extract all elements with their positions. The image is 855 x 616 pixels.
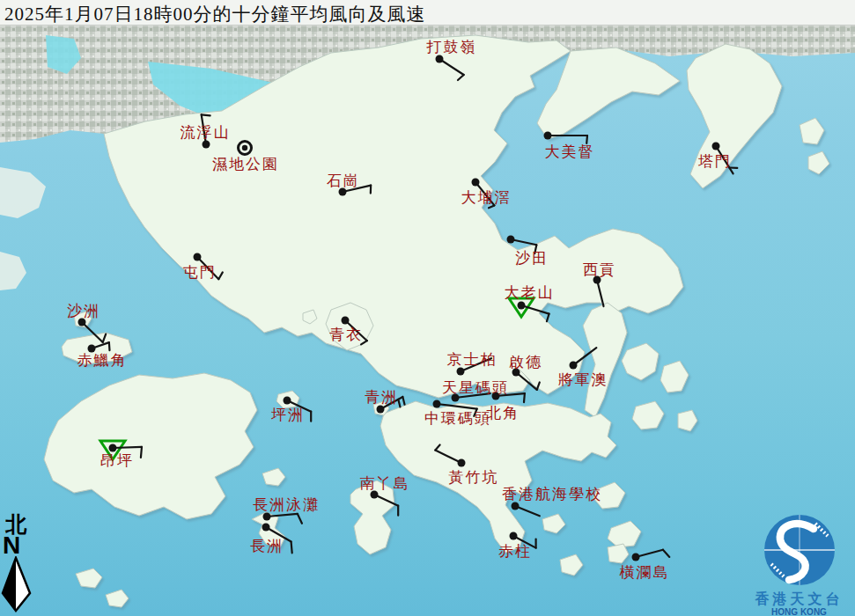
- wind-map-screen: 打鼓嶺流浮山濕地公園石崗大美督塔門大埔滘沙田西貢大老山屯門沙洲赤鱲角青衣京士柏啟…: [0, 0, 855, 616]
- station-label-hk-sea-school: 香港航海學校: [502, 484, 602, 504]
- wind-barb-shaft: [82, 322, 103, 342]
- station-waglan-island: [632, 550, 670, 561]
- station-label-wong-chuk-hang: 黃竹坑: [449, 467, 499, 488]
- wind-barb-shaft: [435, 451, 461, 463]
- station-label-star-ferry-pier: 天星碼頭: [442, 378, 509, 398]
- hko-logo-chinese: 香港天文台: [743, 591, 855, 607]
- calm-wind-center: [242, 145, 247, 150]
- wind-barb-feather: [398, 400, 400, 407]
- station-label-north-point: 北角: [486, 403, 520, 423]
- station-label-sha-tin: 沙田: [515, 248, 549, 268]
- station-label-sai-kung: 西貢: [583, 260, 616, 280]
- station-label-lau-fau-shan: 流浮山: [181, 122, 231, 143]
- station-label-waglan-island: 橫瀾島: [620, 562, 670, 583]
- station-lamma-island: [371, 491, 399, 516]
- station-dot: [570, 362, 578, 370]
- station-label-green-island: 青洲: [365, 387, 398, 407]
- station-dot: [458, 459, 466, 467]
- station-dot: [342, 317, 350, 325]
- station-label-cheung-chau-beach: 長洲泳灘: [253, 495, 320, 515]
- station-label-kai-tak: 啟德: [509, 352, 542, 372]
- north-arrow-icon: [0, 556, 35, 612]
- station-dot: [284, 397, 291, 405]
- map-title: 2025年1月07日18時00分的十分鐘平均風向及風速: [4, 2, 426, 26]
- station-wetland-park: [239, 142, 252, 155]
- station-dot: [433, 400, 441, 408]
- station-sai-kung: [593, 276, 604, 307]
- station-label-lamma-island: 南丫島: [360, 473, 410, 494]
- station-label-tseung-kwan-o: 將軍澳: [558, 370, 608, 390]
- station-label-tuen-mun: 屯門: [183, 262, 217, 282]
- wind-barb-feather: [103, 334, 106, 342]
- station-dot: [507, 236, 515, 244]
- hko-logo-icon: [754, 512, 845, 588]
- station-hk-sea-school: [512, 502, 540, 517]
- hko-logo: 香港天文台 HONG KONG OBSERVATORY: [743, 512, 855, 616]
- wind-barbs-layer: [0, 0, 855, 616]
- station-wong-chuk-hang: [435, 444, 465, 466]
- hko-logo-english: HONG KONG OBSERVATORY: [743, 607, 855, 616]
- map-title-bar: 2025年1月07日18時00分的十分鐘平均風向及風速: [0, 0, 855, 26]
- station-dot: [544, 132, 552, 140]
- wind-barb-shaft: [516, 372, 537, 390]
- wind-barb-shaft: [573, 348, 596, 365]
- wind-barb-shaft: [636, 550, 663, 557]
- station-dot: [712, 143, 720, 150]
- station-dot: [262, 524, 270, 532]
- wind-barb-shaft: [439, 59, 464, 75]
- wind-barb-feather: [524, 393, 525, 402]
- wind-barb-feather: [663, 550, 669, 557]
- compass-north-letter: N: [3, 535, 39, 556]
- wind-barb-feather: [537, 382, 540, 389]
- station-label-wetland-park: 濕地公園: [212, 154, 279, 174]
- station-sha-chau: [78, 319, 107, 342]
- station-dot: [518, 302, 526, 310]
- wind-barb-shaft: [374, 495, 398, 506]
- wind-barb-shaft: [113, 447, 142, 448]
- wind-barb-feather: [291, 542, 292, 554]
- station-label-tsing-yi: 青衣: [329, 325, 363, 345]
- station-label-tates-cairn: 大老山: [505, 282, 555, 303]
- station-tseung-kwan-o: [570, 348, 597, 369]
- station-label-ngong-ping: 昂坪: [100, 451, 134, 471]
- wind-barb-feather: [298, 514, 302, 524]
- wind-barb-feather: [458, 75, 464, 80]
- compass-north: 北 N: [0, 514, 39, 616]
- wind-barb-feather: [547, 314, 549, 322]
- wind-barb-feather: [402, 397, 404, 405]
- station-label-shek-kong: 石崗: [327, 171, 360, 191]
- wind-barb-feather: [218, 272, 223, 279]
- wind-barb-shaft: [511, 239, 536, 245]
- wind-barb-feather: [435, 444, 439, 450]
- station-label-stanley: 赤柱: [498, 541, 532, 561]
- station-dot: [632, 554, 640, 561]
- station-label-kings-park: 京士柏: [447, 349, 498, 370]
- station-label-peng-chau: 坪洲: [271, 405, 305, 425]
- wind-barb-feather: [141, 447, 142, 458]
- station-dot: [194, 253, 202, 261]
- station-label-central-pier: 中環碼頭: [424, 408, 491, 429]
- station-label-sha-chau: 沙洲: [67, 301, 100, 321]
- station-label-cheung-chau: 長洲: [250, 536, 284, 556]
- wind-barb-shaft: [597, 280, 603, 306]
- station-label-chek-lap-kok: 赤鱲角: [77, 350, 128, 370]
- station-dot: [510, 532, 518, 540]
- station-label-tai-po-kau: 大埔滘: [461, 187, 512, 208]
- station-label-tap-mun: 塔門: [698, 151, 732, 172]
- station-ta-kwu-ling: [436, 55, 464, 80]
- wind-barb-feather: [202, 114, 210, 115]
- station-label-ta-kwu-ling: 打鼓嶺: [427, 37, 477, 57]
- station-label-tai-mei-tuk: 大美督: [545, 142, 595, 162]
- station-dot: [472, 179, 480, 187]
